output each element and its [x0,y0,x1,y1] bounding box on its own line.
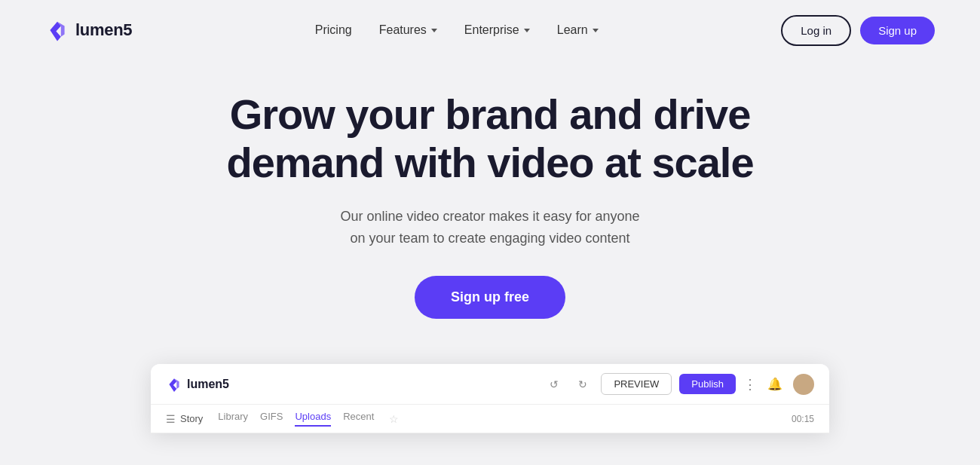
hero-title: Grow your brand and drive demand with vi… [226,90,753,188]
logo[interactable]: lumen5 [45,18,132,42]
tab-uploads[interactable]: Uploads [295,411,331,427]
logo-text: lumen5 [75,20,132,40]
app-logo-text: lumen5 [187,378,229,391]
svg-marker-2 [169,378,176,392]
tab-library[interactable]: Library [218,411,248,427]
star-icon[interactable]: ☆ [389,413,399,425]
main-nav: Pricing Features Enterprise Learn [315,23,599,37]
nav-features[interactable]: Features [379,23,437,37]
tab-gifs[interactable]: GIFS [260,411,283,427]
hamburger-icon: ☰ [166,413,176,425]
nav-learn[interactable]: Learn [557,23,599,37]
auth-buttons: Log in Sign up [781,15,935,46]
app-preview: lumen5 ↺ ↻ PREVIEW Publish ⋮ 🔔 ☰ Story L… [151,364,829,433]
cta-button[interactable]: Sign up free [415,276,565,319]
hero-subtitle: Our online video creator makes it easy f… [340,206,639,249]
tab-recent[interactable]: Recent [343,411,374,427]
nav-enterprise[interactable]: Enterprise [464,23,530,37]
publish-button[interactable]: Publish [679,374,736,394]
app-content-bar: ☰ Story Library GIFS Uploads Recent ☆ 00… [151,405,829,433]
preview-button[interactable]: PREVIEW [601,373,672,395]
app-logo: lumen5 [166,376,229,393]
app-tabs: Library GIFS Uploads Recent [218,411,374,427]
nav-pricing[interactable]: Pricing [315,23,352,37]
hero-section: Grow your brand and drive demand with vi… [0,60,980,341]
more-options-icon[interactable]: ⋮ [743,376,757,393]
undo-icon[interactable]: ↺ [544,374,565,395]
logo-icon [45,18,69,42]
story-button[interactable]: ☰ Story [166,413,203,425]
login-button[interactable]: Log in [781,15,851,46]
app-logo-icon [166,376,182,393]
video-time: 00:15 [792,414,814,424]
svg-marker-0 [50,22,60,41]
story-label: Story [180,413,203,424]
notification-icon[interactable]: 🔔 [764,374,786,395]
learn-chevron-icon [593,29,599,32]
enterprise-chevron-icon [524,29,530,32]
app-preview-bar: lumen5 ↺ ↻ PREVIEW Publish ⋮ 🔔 [151,364,829,405]
app-bar-right: ↺ ↻ PREVIEW Publish ⋮ 🔔 [544,373,814,395]
signup-button[interactable]: Sign up [860,17,935,44]
avatar[interactable] [793,374,814,395]
features-chevron-icon [431,29,437,32]
redo-icon[interactable]: ↻ [572,374,593,395]
